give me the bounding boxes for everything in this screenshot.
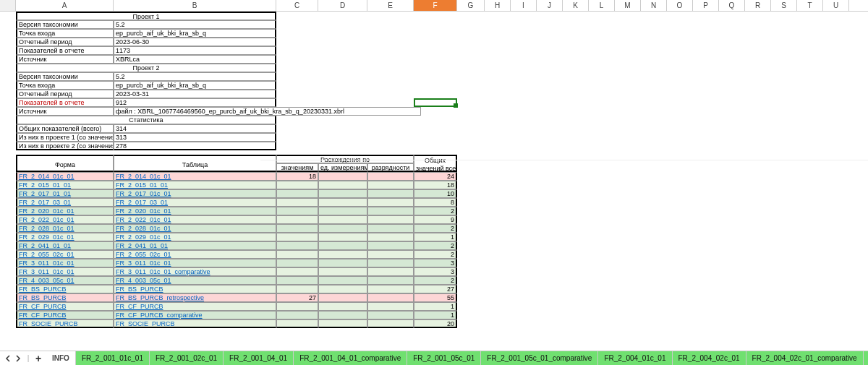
row-val2 bbox=[318, 276, 367, 285]
tab-add-icon[interactable]: + bbox=[33, 353, 43, 364]
column-header-S[interactable]: S bbox=[771, 0, 797, 11]
row-val1 bbox=[276, 198, 318, 207]
stats-label: Из них в проекте 2 (со значениям bbox=[16, 142, 114, 150]
row-table[interactable]: FR_2_020_01c_01 bbox=[114, 207, 276, 215]
column-header-J[interactable]: J bbox=[537, 0, 563, 11]
tab-sheet[interactable]: FR_2_004_02c_01 bbox=[673, 351, 746, 365]
row-form[interactable]: FR_2_029_01c_01 bbox=[16, 233, 114, 241]
tab-sheet[interactable]: FR_2_004_02c_01_comparative bbox=[746, 351, 864, 365]
row-val2 bbox=[318, 250, 367, 259]
row-val1 bbox=[276, 302, 318, 311]
column-header-E[interactable]: E bbox=[367, 0, 414, 11]
row-form[interactable]: FR_2_015_01_01 bbox=[16, 181, 114, 189]
row-form[interactable]: FR_BS_PURCB bbox=[16, 285, 114, 293]
row-form[interactable]: FR_2_017_01_01 bbox=[16, 189, 114, 198]
row-form[interactable]: FR_2_022_01c_01 bbox=[16, 215, 114, 224]
column-header-K[interactable]: K bbox=[563, 0, 589, 11]
row-val3 bbox=[367, 241, 414, 250]
row-table[interactable]: FR_SOCIE_PURCB bbox=[114, 319, 276, 328]
column-header-M[interactable]: M bbox=[615, 0, 641, 11]
tab-sheet[interactable]: FR_2_004_01c_01 bbox=[598, 351, 672, 365]
row-form[interactable]: FR_3_011_01c_01 bbox=[16, 259, 114, 267]
row-form[interactable]: FR_4_003_05c_01 bbox=[16, 276, 114, 285]
row-table[interactable]: FR_BS_PURCB_retrospective bbox=[114, 293, 276, 302]
row-val1 bbox=[276, 311, 318, 319]
tab-sheet[interactable]: FR_2_001_05c_01 bbox=[407, 351, 481, 365]
row-form[interactable]: FR_CF_PURCB bbox=[16, 302, 114, 311]
select-all-corner[interactable] bbox=[0, 0, 16, 11]
tab-sheet[interactable]: FR_2_001_05c_01_comparative bbox=[481, 351, 598, 365]
row-total: 3 bbox=[414, 259, 457, 267]
tab-info[interactable]: INFO bbox=[46, 351, 76, 365]
hdr-total: Общихзначений всего bbox=[414, 155, 457, 172]
column-header-R[interactable]: R bbox=[745, 0, 771, 11]
row-table[interactable]: FR_CF_PURCB bbox=[114, 302, 276, 311]
row-table[interactable]: FR_2_022_01c_01 bbox=[114, 215, 276, 224]
row-table[interactable]: FR_4_003_05c_01 bbox=[114, 276, 276, 285]
row-val3 bbox=[367, 198, 414, 207]
row-form[interactable]: FR_3_011_01c_01 bbox=[16, 267, 114, 276]
tab-nav-prev-icon[interactable] bbox=[3, 353, 13, 364]
project2-title: Проект 2 bbox=[16, 64, 276, 72]
column-header-T[interactable]: T bbox=[797, 0, 823, 11]
column-header-L[interactable]: L bbox=[589, 0, 615, 11]
tab-sheet[interactable]: FR_2_001_01c_01 bbox=[76, 351, 150, 365]
tab-sheet[interactable]: FR_2_001_04_01 bbox=[224, 351, 294, 365]
project2-value: ep_purcb_aif_uk_bki_kra_sb_q bbox=[114, 81, 276, 90]
tab-nav-next-icon[interactable] bbox=[13, 353, 23, 364]
row-form[interactable]: FR_2_020_01c_01 bbox=[16, 207, 114, 215]
hdr-values: значениям bbox=[276, 163, 318, 172]
row-table[interactable]: FR_2_041_01_01 bbox=[114, 241, 276, 250]
row-table[interactable]: FR_3_011_01c_01_comparative bbox=[114, 267, 276, 276]
project1-label: Источник bbox=[16, 55, 114, 64]
column-header-B[interactable]: B bbox=[114, 0, 276, 11]
row-table[interactable]: FR_2_015_01_01 bbox=[114, 181, 276, 189]
row-form[interactable]: FR_2_041_01_01 bbox=[16, 241, 114, 250]
row-form[interactable]: FR_CF_PURCB bbox=[16, 311, 114, 319]
row-val3 bbox=[367, 224, 414, 233]
row-form[interactable]: FR_2_014_01c_01 bbox=[16, 172, 114, 181]
tab-sheet[interactable]: FR_2_001_04_01_comparative bbox=[294, 351, 407, 365]
tab-sheet[interactable]: FR_2_001_02c_01 bbox=[150, 351, 224, 365]
row-val1 bbox=[276, 259, 318, 267]
row-form[interactable]: FR_SOCIE_PURCB bbox=[16, 319, 114, 328]
row-table[interactable]: FR_2_014_01c_01 bbox=[114, 172, 276, 181]
project1-value: XBRLca bbox=[114, 55, 276, 64]
row-table[interactable]: FR_2_055_02c_01 bbox=[114, 250, 276, 259]
column-header-D[interactable]: D bbox=[318, 0, 367, 11]
column-header-N[interactable]: N bbox=[641, 0, 667, 11]
column-header-G[interactable]: G bbox=[457, 0, 485, 11]
row-val3 bbox=[367, 293, 414, 302]
row-val1 bbox=[276, 241, 318, 250]
row-table[interactable]: FR_2_017_01c_01 bbox=[114, 189, 276, 198]
row-table[interactable]: FR_2_028_01c_01 bbox=[114, 224, 276, 233]
column-header-F[interactable]: F bbox=[414, 0, 457, 11]
row-val1 bbox=[276, 224, 318, 233]
column-header-A[interactable]: A bbox=[16, 0, 114, 11]
row-table[interactable]: FR_CF_PURCB_comparative bbox=[114, 311, 276, 319]
row-table[interactable]: FR_3_011_01c_01 bbox=[114, 259, 276, 267]
row-table[interactable]: FR_2_029_01c_01 bbox=[114, 233, 276, 241]
project1-label: Отчетный период bbox=[16, 38, 114, 46]
column-header-Q[interactable]: Q bbox=[719, 0, 745, 11]
row-form[interactable]: FR_BS_PURCB bbox=[16, 293, 114, 302]
row-val3 bbox=[367, 250, 414, 259]
column-header-O[interactable]: O bbox=[667, 0, 693, 11]
row-form[interactable]: FR_2_017_03_01 bbox=[16, 198, 114, 207]
column-header-U[interactable]: U bbox=[823, 0, 849, 11]
column-header-P[interactable]: P bbox=[693, 0, 719, 11]
tab-sheet[interactable]: FR_2_006_01c_01 bbox=[864, 351, 868, 365]
project1-label: Точка входа bbox=[16, 29, 114, 38]
column-header-H[interactable]: H bbox=[485, 0, 511, 11]
row-form[interactable]: FR_2_028_01c_01 bbox=[16, 224, 114, 233]
column-header-I[interactable]: I bbox=[511, 0, 537, 11]
row-table[interactable]: FR_BS_PURCB bbox=[114, 285, 276, 293]
row-total: 2 bbox=[414, 207, 457, 215]
row-form[interactable]: FR_2_055_02c_01 bbox=[16, 250, 114, 259]
hdr-units: ед. измерениям bbox=[318, 163, 367, 172]
project1-value: 2023-06-30 bbox=[114, 38, 276, 46]
row-table[interactable]: FR_2_017_03_01 bbox=[114, 198, 276, 207]
project1-label: Версия таксономии bbox=[16, 20, 114, 29]
column-header-C[interactable]: C bbox=[276, 0, 318, 11]
row-val3 bbox=[367, 215, 414, 224]
